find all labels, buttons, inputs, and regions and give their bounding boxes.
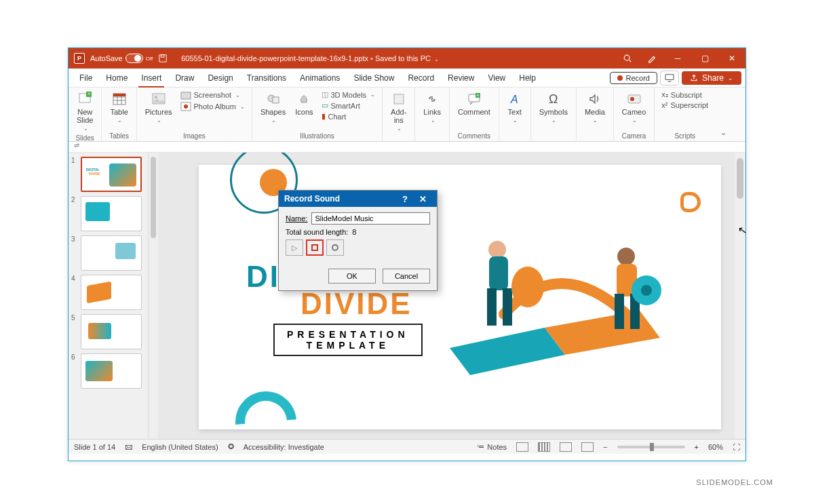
zoom-in-button[interactable]: + [695, 443, 699, 451]
tab-draw[interactable]: Draw [168, 69, 201, 88]
subscript-icon: x₂ [661, 90, 668, 99]
canvas-scrollbar[interactable] [735, 153, 745, 439]
play-icon: ▷ [292, 244, 297, 252]
pictures-button[interactable]: Pictures⌄ [144, 90, 174, 125]
svg-rect-13 [113, 94, 125, 96]
sorter-view-button[interactable] [538, 442, 550, 452]
media-label: Media [585, 108, 605, 116]
thumbnail-1[interactable]: DIGITAL DIVIDE [81, 157, 142, 192]
tab-transitions[interactable]: Transitions [240, 69, 293, 88]
tab-view[interactable]: View [481, 69, 512, 88]
svg-point-27 [630, 97, 634, 101]
3dmodels-label: 3D Models [331, 91, 367, 99]
notes-button[interactable]: ≔Notes [477, 442, 507, 451]
tab-review[interactable]: Review [441, 69, 481, 88]
thumbnail-4[interactable] [81, 275, 142, 310]
deco-arc [223, 379, 309, 439]
tab-help[interactable]: Help [512, 69, 543, 88]
svg-rect-4 [665, 74, 674, 79]
table-button[interactable]: Table⌄ [109, 90, 129, 125]
autosave-toggle[interactable]: AutoSave Off [90, 54, 153, 63]
fit-button[interactable]: ⛶ [733, 443, 740, 451]
comment-button[interactable]: +Comment [457, 90, 492, 117]
dialog-close-button[interactable]: ✕ [414, 194, 431, 204]
tab-record[interactable]: Record [401, 69, 441, 88]
links-button[interactable]: Links⌄ [422, 90, 442, 125]
pen-icon[interactable] [640, 48, 664, 69]
reading-view-button[interactable] [560, 442, 572, 452]
maximize-button[interactable]: ▢ [691, 48, 718, 69]
slide-canvas[interactable]: DIGITAL DIVIDE PRESENTATION TEMPLATE [158, 153, 745, 439]
status-accessibility[interactable]: Accessibility: Investigate [244, 443, 324, 451]
minimize-button[interactable]: ─ [664, 48, 691, 69]
thumb-scrollbar[interactable] [149, 153, 158, 439]
svg-text:+: + [476, 93, 479, 98]
link-icon [425, 92, 440, 106]
record-button[interactable]: Record [610, 72, 657, 84]
screenshot-button[interactable]: Screenshot⌄ [180, 90, 245, 100]
stop-button[interactable] [306, 239, 324, 256]
shapes-icon [266, 92, 281, 106]
status-slide[interactable]: Slide 1 of 14 [74, 443, 115, 451]
group-text-label [506, 138, 524, 140]
cameo-button[interactable]: Cameo⌄ [621, 90, 647, 125]
tab-file[interactable]: File [73, 69, 99, 88]
cancel-button[interactable]: Cancel [383, 269, 430, 284]
thumbnail-3[interactable] [81, 235, 142, 271]
group-images-label: Images [144, 131, 245, 140]
tab-home[interactable]: Home [99, 69, 134, 88]
shapes-button[interactable]: Shapes⌄ [259, 90, 287, 125]
svg-point-33 [617, 248, 635, 265]
group-tables-label: Tables [109, 131, 129, 140]
search-icon[interactable] [615, 48, 640, 69]
tab-design[interactable]: Design [201, 69, 239, 88]
save-state: Saved to this PC [375, 54, 431, 62]
subscript-button[interactable]: x₂Subscript [661, 90, 708, 99]
dialog-help-button[interactable]: ? [396, 194, 414, 204]
smartart-button[interactable]: ▭SmartArt [322, 101, 376, 110]
save-icon[interactable] [158, 54, 168, 63]
chart-button[interactable]: ▮Chart [322, 112, 376, 121]
photo-album-button[interactable]: Photo Album⌄ [180, 102, 245, 111]
shapes-label: Shapes [260, 108, 286, 116]
thumbnail-5[interactable] [81, 314, 142, 349]
ribbon-collapse-button[interactable]: ⌄ [715, 88, 731, 141]
status-language[interactable]: English (United States) [142, 443, 218, 451]
thumbnail-2[interactable] [81, 196, 142, 231]
text-button[interactable]: AText⌄ [506, 90, 524, 125]
media-button[interactable]: Media⌄ [583, 90, 606, 125]
group-media-label [583, 138, 606, 140]
new-slide-button[interactable]: + New Slide⌄ [75, 90, 94, 133]
present-button[interactable] [660, 71, 679, 85]
document-title[interactable]: 60555-01-digital-divide-powerpoint-templ… [181, 54, 439, 62]
dialog-name-input[interactable] [311, 212, 430, 225]
thumbnail-6[interactable] [81, 353, 142, 389]
zoom-value[interactable]: 60% [708, 443, 723, 451]
share-button[interactable]: Share ⌄ [682, 71, 741, 85]
dialog-length-label: Total sound length: [286, 228, 348, 236]
3dmodels-button[interactable]: ◫3D Models⌄ [322, 90, 376, 99]
normal-view-button[interactable] [516, 442, 528, 452]
slideshow-view-button[interactable] [581, 442, 594, 452]
tab-slideshow[interactable]: Slide Show [347, 69, 401, 88]
smartart-icon: ▭ [322, 101, 328, 110]
zoom-out-button[interactable]: − [603, 443, 607, 451]
close-button[interactable]: ✕ [718, 48, 745, 69]
symbols-button[interactable]: ΩSymbols⌄ [538, 90, 569, 125]
icons-button[interactable]: Icons [294, 90, 314, 117]
zoom-slider[interactable] [617, 446, 685, 448]
play-button[interactable]: ▷ [286, 239, 303, 256]
record-sound-button[interactable] [326, 239, 344, 256]
group-links: Links⌄ [415, 88, 450, 141]
pictures-icon [151, 92, 166, 106]
slide-title-divide: DIVIDE [301, 287, 412, 321]
ok-button[interactable]: OK [328, 269, 376, 284]
addins-button[interactable]: Add- ins⌄ [389, 90, 408, 133]
group-slides-label: Slides [75, 133, 94, 142]
superscript-button[interactable]: x²Superscript [661, 101, 708, 109]
tab-insert[interactable]: Insert [134, 69, 168, 88]
tab-animations[interactable]: Animations [293, 69, 347, 88]
dialog-titlebar[interactable]: Record Sound ? ✕ [279, 191, 437, 207]
omega-icon: Ω [546, 92, 561, 106]
group-media: Media⌄ [577, 88, 614, 141]
